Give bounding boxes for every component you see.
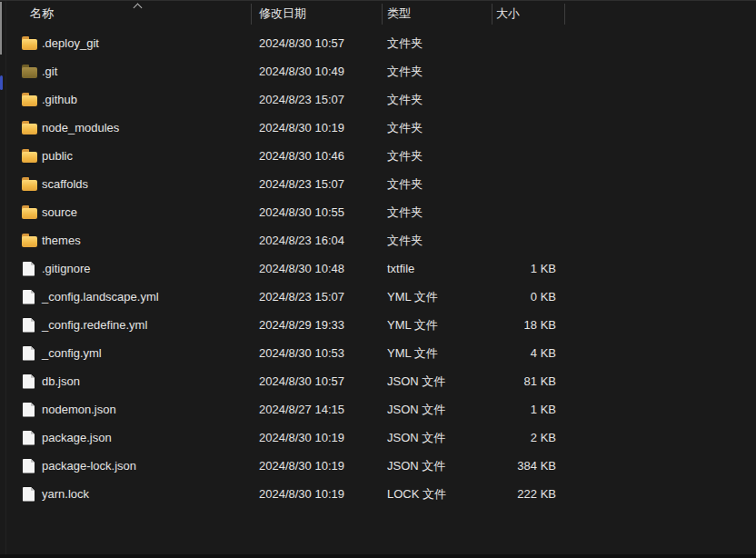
size-cell: 81 KB: [492, 374, 564, 388]
file-row[interactable]: package-lock.json2024/8/30 10:19JSON 文件3…: [0, 452, 756, 480]
date-modified-cell: 2024/8/30 10:19: [251, 121, 382, 135]
column-header-date-modified[interactable]: 修改日期: [251, 1, 382, 26]
file-row[interactable]: nodemon.json2024/8/27 14:15JSON 文件1 KB: [0, 395, 756, 423]
file-name-cell: .deploy_git: [0, 36, 251, 50]
file-name-cell: .git: [0, 65, 251, 78]
date-modified-cell: 2024/8/23 16:04: [251, 234, 382, 247]
date-modified-cell: 2024/8/23 15:07: [251, 93, 382, 106]
column-resize-handle[interactable]: [251, 4, 252, 25]
file-row[interactable]: _config.redefine.yml2024/8/29 19:33YML 文…: [0, 311, 756, 339]
file-name-cell: source: [0, 205, 251, 219]
file-row[interactable]: _config.yml2024/8/30 10:53YML 文件4 KB: [0, 339, 756, 367]
file-row[interactable]: _config.landscape.yml2024/8/23 15:07YML …: [0, 283, 756, 311]
column-resize-handle[interactable]: [564, 4, 565, 25]
folder-icon: [22, 36, 37, 50]
column-header-name[interactable]: 名称: [0, 1, 251, 26]
size-cell: 222 KB: [492, 487, 564, 501]
file-name-cell: _config.landscape.yml: [0, 290, 251, 304]
file-name: _config.yml: [42, 346, 102, 360]
file-icon: [23, 262, 35, 276]
file-icon: [23, 487, 35, 502]
file-name: scaffolds: [42, 177, 88, 191]
size-cell: 1 KB: [492, 262, 564, 275]
type-cell: 文件夹: [382, 176, 492, 193]
column-header-size[interactable]: 大小: [492, 1, 564, 26]
column-header-type[interactable]: 类型: [382, 1, 492, 26]
date-modified-cell: 2024/8/29 19:33: [251, 318, 382, 332]
file-icon: [23, 374, 35, 389]
date-modified-cell: 2024/8/23 15:07: [251, 177, 382, 191]
file-name-cell: .github: [0, 93, 251, 106]
window-bottom-edge: [0, 554, 756, 558]
column-resize-handle[interactable]: [492, 4, 492, 25]
date-modified-cell: 2024/8/30 10:48: [251, 262, 382, 275]
file-icon: [23, 431, 35, 445]
date-modified-cell: 2024/8/30 10:19: [251, 431, 382, 444]
file-row[interactable]: .deploy_git2024/8/30 10:57文件夹: [0, 29, 756, 57]
file-name-cell: themes: [0, 234, 251, 247]
file-name: package.json: [42, 431, 112, 444]
date-modified-cell: 2024/8/30 10:57: [251, 36, 382, 50]
type-cell: YML 文件: [382, 345, 492, 362]
type-cell: 文件夹: [382, 64, 492, 80]
file-name: db.json: [42, 374, 80, 388]
file-row[interactable]: public2024/8/30 10:46文件夹: [0, 142, 756, 170]
type-cell: JSON 文件: [382, 458, 492, 474]
file-row[interactable]: db.json2024/8/30 10:57JSON 文件81 KB: [0, 367, 756, 395]
file-name-cell: scaffolds: [0, 177, 251, 191]
column-resize-handle[interactable]: [382, 4, 383, 25]
date-modified-cell: 2024/8/30 10:19: [251, 487, 382, 501]
file-row[interactable]: source2024/8/30 10:55文件夹: [0, 198, 756, 226]
file-row[interactable]: yarn.lock2024/8/30 10:19LOCK 文件222 KB: [0, 480, 756, 508]
file-row[interactable]: themes2024/8/23 16:04文件夹: [0, 226, 756, 254]
type-cell: 文件夹: [382, 120, 492, 136]
date-modified-cell: 2024/8/30 10:19: [251, 459, 382, 473]
date-modified-cell: 2024/8/23 15:07: [251, 290, 382, 304]
folder-icon: [22, 121, 37, 135]
folder-icon: [22, 234, 37, 247]
size-cell: 2 KB: [492, 431, 564, 444]
date-modified-cell: 2024/8/30 10:46: [251, 149, 382, 163]
type-cell: JSON 文件: [382, 430, 492, 446]
file-name-cell: node_modules: [0, 121, 251, 135]
type-cell: txtfile: [382, 262, 492, 275]
file-row[interactable]: .github2024/8/23 15:07文件夹: [0, 85, 756, 114]
size-cell: 4 KB: [492, 346, 564, 360]
file-name: source: [42, 205, 77, 219]
type-cell: LOCK 文件: [382, 486, 492, 503]
date-modified-cell: 2024/8/30 10:49: [251, 65, 382, 78]
file-name: package-lock.json: [42, 459, 136, 473]
file-name: .git: [42, 65, 57, 78]
type-cell: 文件夹: [382, 92, 492, 108]
file-row[interactable]: .git2024/8/30 10:49文件夹: [0, 57, 756, 85]
date-modified-cell: 2024/8/30 10:53: [251, 346, 382, 360]
file-row[interactable]: package.json2024/8/30 10:19JSON 文件2 KB: [0, 423, 756, 452]
file-row[interactable]: scaffolds2024/8/23 15:07文件夹: [0, 170, 756, 198]
file-name-cell: public: [0, 149, 251, 163]
type-cell: 文件夹: [382, 148, 492, 164]
folder-icon: [22, 205, 37, 219]
file-name: _config.redefine.yml: [42, 318, 147, 332]
file-icon: [23, 290, 35, 304]
hidden-folder-icon: [22, 65, 37, 78]
file-name-cell: _config.redefine.yml: [0, 318, 251, 333]
file-explorer-list-view: 名称 修改日期 类型 大小 .deploy_git2024/8/30 10:57…: [0, 0, 756, 558]
type-cell: YML 文件: [382, 289, 492, 305]
file-name: yarn.lock: [42, 487, 89, 501]
file-name-cell: yarn.lock: [0, 487, 251, 502]
file-name: _config.landscape.yml: [42, 290, 159, 304]
file-name: themes: [42, 234, 81, 247]
file-row[interactable]: .gitignore2024/8/30 10:48txtfile1 KB: [0, 254, 756, 283]
type-cell: 文件夹: [382, 233, 492, 249]
folder-icon: [22, 149, 37, 163]
file-name-cell: package-lock.json: [0, 459, 251, 473]
column-header-row: 名称 修改日期 类型 大小: [0, 1, 756, 26]
file-name: .gitignore: [42, 262, 90, 275]
file-icon: [23, 318, 35, 333]
size-cell: 18 KB: [492, 318, 564, 332]
file-name-cell: _config.yml: [0, 346, 251, 361]
date-modified-cell: 2024/8/30 10:57: [251, 374, 382, 388]
file-icon: [23, 459, 35, 473]
type-cell: JSON 文件: [382, 402, 492, 418]
file-row[interactable]: node_modules2024/8/30 10:19文件夹: [0, 114, 756, 142]
